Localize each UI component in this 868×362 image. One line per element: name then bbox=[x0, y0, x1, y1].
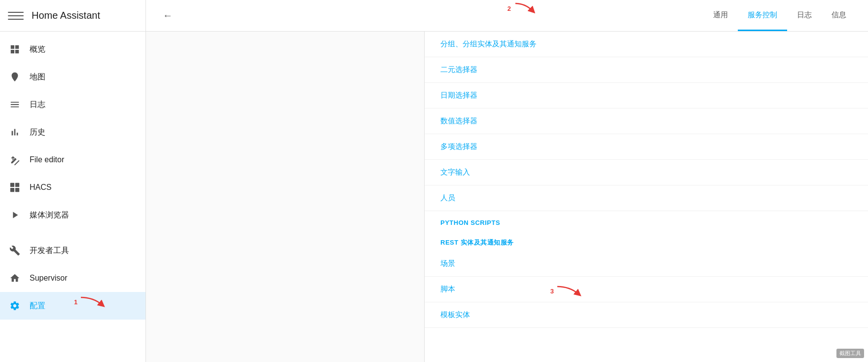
sidebar-item-config[interactable]: 配置 bbox=[0, 292, 145, 320]
list-item-text: 日期选择器 bbox=[440, 91, 477, 100]
app-title: Home Assistant bbox=[32, 10, 100, 21]
list-item[interactable]: 多项选择器 bbox=[425, 134, 868, 160]
list-item-text: 二元选择器 bbox=[440, 65, 477, 74]
sidebar-item-history[interactable]: 历史 bbox=[0, 118, 145, 146]
list-item-text: 模板实体 bbox=[440, 310, 470, 320]
sidebar-item-label-map: 地图 bbox=[30, 72, 45, 82]
list-item-text: 脚本 bbox=[440, 285, 455, 294]
sidebar-item-label-supervisor: Supervisor bbox=[30, 274, 67, 283]
logbook-icon bbox=[8, 98, 22, 111]
list-item-text: 多项选择器 bbox=[440, 142, 477, 151]
list-item[interactable]: 分组、分组实体及其通知服务 bbox=[425, 32, 868, 57]
sidebar-item-file-editor[interactable]: File editor bbox=[0, 146, 145, 174]
media-icon bbox=[8, 208, 22, 222]
list-item-text: 场景 bbox=[440, 259, 455, 268]
sidebar-item-label-media: 媒体浏览器 bbox=[30, 210, 69, 220]
sidebar-item-label-logbook: 日志 bbox=[30, 100, 45, 110]
sidebar-item-map[interactable]: 地图 bbox=[0, 63, 145, 91]
tab-general[interactable]: 通用 bbox=[703, 0, 738, 31]
list-item[interactable]: 场景 bbox=[425, 251, 868, 277]
menu-toggle-button[interactable] bbox=[8, 8, 24, 24]
sidebar-item-label-file-editor: File editor bbox=[30, 155, 64, 164]
svg-rect-3 bbox=[10, 188, 14, 192]
sidebar-item-hacs[interactable]: HACS bbox=[0, 174, 145, 201]
list-item[interactable]: 模板实体 bbox=[425, 302, 868, 328]
sidebar-item-supervisor[interactable]: Supervisor bbox=[0, 264, 145, 292]
sidebar-item-logbook[interactable]: 日志 bbox=[0, 91, 145, 118]
content-area: 分组、分组实体及其通知服务二元选择器日期选择器数值选择器多项选择器文字输入人员P… bbox=[146, 32, 868, 362]
list-item[interactable]: 数值选择器 bbox=[425, 109, 868, 134]
topbar-tabs: 通用服务控制日志信息 bbox=[703, 0, 856, 31]
main-area: ← 通用服务控制日志信息 2 分组、分组实体及其通知服务二元选择器日期选择器数值… bbox=[146, 0, 868, 362]
supervisor-icon bbox=[8, 271, 22, 285]
svg-rect-1 bbox=[10, 183, 14, 187]
map-icon bbox=[8, 70, 22, 84]
content-list: 分组、分组实体及其通知服务二元选择器日期选择器数值选择器多项选择器文字输入人员P… bbox=[424, 32, 868, 362]
list-item[interactable]: 脚本 bbox=[425, 277, 868, 302]
sidebar: Home Assistant 概览地图日志历史File editorHACS媒体… bbox=[0, 0, 146, 362]
list-item-text: 文字输入 bbox=[440, 168, 470, 177]
tab-info[interactable]: 信息 bbox=[822, 0, 856, 31]
list-item[interactable]: 二元选择器 bbox=[425, 57, 868, 83]
list-item[interactable]: 人员 bbox=[425, 185, 868, 211]
sidebar-item-label-hacs: HACS bbox=[30, 183, 51, 192]
back-button[interactable]: ← bbox=[158, 6, 178, 26]
content-left bbox=[146, 32, 424, 362]
config-icon bbox=[8, 299, 22, 313]
svg-rect-2 bbox=[15, 183, 19, 187]
list-item[interactable]: 文字输入 bbox=[425, 160, 868, 185]
sidebar-nav: 概览地图日志历史File editorHACS媒体浏览器开发者工具Supervi… bbox=[0, 32, 145, 362]
hacs-icon bbox=[8, 181, 22, 194]
sidebar-item-label-developer: 开发者工具 bbox=[30, 246, 69, 256]
file-editor-icon bbox=[8, 153, 22, 167]
sidebar-item-developer[interactable]: 开发者工具 bbox=[0, 237, 145, 264]
tab-service-control[interactable]: 服务控制 bbox=[738, 0, 787, 31]
list-section-header: PYTHON SCRIPTS bbox=[425, 211, 868, 230]
developer-icon bbox=[8, 244, 22, 257]
list-item-text: 数值选择器 bbox=[440, 116, 477, 126]
sidebar-item-label-config: 配置 bbox=[30, 301, 45, 311]
overview-icon bbox=[8, 42, 22, 56]
topbar: ← 通用服务控制日志信息 2 bbox=[146, 0, 868, 32]
history-icon bbox=[8, 125, 22, 139]
list-item[interactable]: 日期选择器 bbox=[425, 83, 868, 109]
svg-rect-4 bbox=[15, 188, 19, 192]
watermark: 截图工具 bbox=[836, 349, 864, 358]
sidebar-item-label-history: 历史 bbox=[30, 127, 45, 138]
sidebar-item-media[interactable]: 媒体浏览器 bbox=[0, 201, 145, 229]
list-item-text: 人员 bbox=[440, 193, 455, 203]
sidebar-item-overview[interactable]: 概览 bbox=[0, 36, 145, 63]
sidebar-item-label-overview: 概览 bbox=[30, 44, 45, 55]
tab-log[interactable]: 日志 bbox=[787, 0, 822, 31]
list-section-header: REST 实体及其通知服务 bbox=[425, 230, 868, 251]
list-item-text: 分组、分组实体及其通知服务 bbox=[440, 39, 537, 49]
sidebar-header: Home Assistant bbox=[0, 0, 145, 32]
